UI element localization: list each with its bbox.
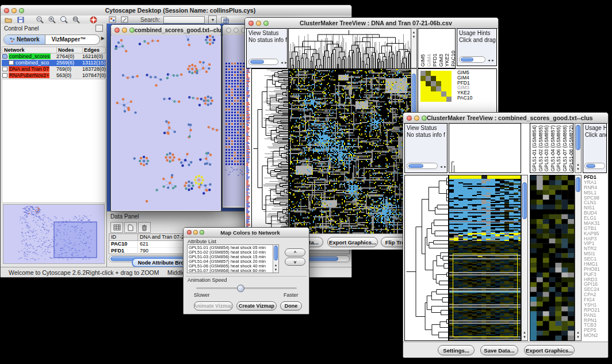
- tv1-col-scroll[interactable]: ▲▼: [411, 28, 417, 68]
- minimize-button[interactable]: [414, 116, 419, 121]
- move-down-button[interactable]: v: [285, 258, 305, 266]
- tv2-column-tree-area[interactable]: [449, 123, 521, 173]
- minimize-button[interactable]: [256, 21, 261, 26]
- tv2-column-labels: GPL51-01 (GSM854)GPL51-02 (GSM855)GPL51-…: [530, 123, 573, 173]
- edge-count: 107847(0): [82, 72, 106, 78]
- tv2-titlebar[interactable]: ClusterMaker TreeView : combined_scores_…: [403, 113, 608, 124]
- view-status-text: No status info f: [407, 132, 445, 139]
- minimize-button[interactable]: [12, 8, 17, 13]
- attribute-list[interactable]: GPL51-01 (GSM854) heat shock 05 minGPL51…: [187, 244, 279, 273]
- close-button[interactable]: [248, 21, 254, 26]
- speed-slider-track[interactable]: [196, 288, 297, 289]
- control-panel: Control Panel Network VizMapper™ ▶ Netwo…: [1, 24, 107, 267]
- scroll-left-icon[interactable]: ◄: [487, 58, 491, 64]
- tv1-row-dendrogram[interactable]: [251, 68, 289, 235]
- network-list-row[interactable]: RNAPuberNov2+563(0)107847(0): [2, 72, 106, 78]
- scroll-left-icon[interactable]: ◄: [280, 60, 284, 67]
- annotation-icon[interactable]: [120, 16, 129, 24]
- new-attribute-icon[interactable]: [124, 222, 137, 233]
- move-up-button[interactable]: ^: [285, 248, 305, 256]
- tv1-row-color-strip: [246, 68, 251, 233]
- tv2-status-hscrollbar[interactable]: [407, 163, 438, 169]
- zoom-button[interactable]: [263, 21, 269, 26]
- network-list-row[interactable]: combined_sco2569(6)13112(15): [2, 60, 106, 66]
- zoom-button[interactable]: [129, 28, 135, 33]
- zoom-actual-icon[interactable]: [71, 16, 80, 24]
- attribute-list-vscrollbar[interactable]: ▲▼: [273, 245, 278, 273]
- minimize-button[interactable]: [193, 230, 198, 235]
- save-data-button[interactable]: Save Data...: [480, 345, 518, 355]
- tv1-status-hscrollbar[interactable]: [248, 59, 278, 65]
- tv2-labels-vscrollbar[interactable]: ▲▼: [575, 123, 582, 173]
- export-graphics-button[interactable]: Export Graphics...: [327, 237, 378, 247]
- close-button[interactable]: [226, 28, 231, 33]
- network-overview-canvas[interactable]: [3, 205, 104, 263]
- zoom-out-icon[interactable]: [35, 16, 44, 24]
- usage-hints-title: Usage Hints: [459, 30, 495, 37]
- edge-count: 13112(15): [82, 60, 106, 66]
- open-folder-icon[interactable]: [4, 16, 13, 24]
- main-titlebar[interactable]: Cytoscape Desktop (Session Name: collins…: [1, 5, 351, 16]
- search-input[interactable]: [163, 16, 205, 24]
- save-icon[interactable]: [16, 16, 25, 24]
- tv1-heatmap[interactable]: [288, 68, 411, 235]
- done-button[interactable]: Done: [280, 301, 302, 311]
- float-panel-icon[interactable]: [95, 25, 103, 32]
- create-vizmap-button[interactable]: Create Vizmap: [236, 301, 277, 311]
- zoom-in-icon[interactable]: [47, 16, 56, 24]
- zoom-button[interactable]: [19, 8, 24, 13]
- tv1-column-dendrogram[interactable]: [288, 28, 411, 70]
- scroll-right-icon[interactable]: ►: [491, 58, 495, 64]
- tab-network[interactable]: Network: [4, 35, 45, 44]
- tv1-titlebar[interactable]: ClusterMaker TreeView : DNA and Tran 07-…: [245, 18, 498, 29]
- network-view-canvas-1[interactable]: [112, 35, 220, 210]
- import-table-icon[interactable]: [220, 16, 229, 24]
- settings-button[interactable]: Settings...: [438, 345, 475, 355]
- tv2-heatmap-vscrollbar[interactable]: ▲▼: [521, 175, 528, 341]
- net1-titlebar[interactable]: combined_scores_good.txt--cluste...: [111, 25, 221, 36]
- tv1-hints-hscrollbar[interactable]: [459, 56, 485, 63]
- attribute-list-label: Attribute List: [188, 239, 216, 244]
- view-status-title: View Status: [248, 30, 285, 37]
- scroll-right-icon[interactable]: ►: [443, 164, 447, 171]
- network-table-header: Network Nodes Edges: [2, 47, 106, 53]
- network-list-row[interactable]: DNA and Tran 07769(0)183728(0): [2, 66, 106, 72]
- zoom-button[interactable]: [200, 230, 204, 235]
- scroll-left-icon[interactable]: ◄: [439, 164, 443, 171]
- minimize-button[interactable]: [234, 28, 239, 33]
- close-button[interactable]: [114, 28, 120, 33]
- speed-slider-thumb[interactable]: [237, 285, 244, 292]
- close-button[interactable]: [4, 8, 9, 13]
- tv2-heatmap[interactable]: [449, 175, 521, 341]
- dialog-titlebar[interactable]: Map Colors to Network: [183, 228, 309, 237]
- tab-vizmapper[interactable]: VizMapper™: [45, 35, 91, 44]
- trash-icon[interactable]: [138, 222, 151, 233]
- tv2-hints-hscrollbar[interactable]: [584, 163, 605, 169]
- doc-icon: [9, 60, 14, 65]
- window-controls[interactable]: [4, 8, 24, 13]
- scroll-right-icon[interactable]: ►: [284, 60, 288, 67]
- close-button[interactable]: [407, 116, 412, 121]
- minimize-button[interactable]: [122, 28, 127, 33]
- tv1-global-matrix[interactable]: [420, 71, 452, 102]
- help-lifesaver-icon[interactable]: [89, 16, 98, 24]
- zoom-button[interactable]: [422, 116, 427, 121]
- export-graphics-button[interactable]: Export Graphics...: [524, 345, 575, 355]
- vizmapper-panel-icon[interactable]: [108, 16, 117, 24]
- network-list-row[interactable]: combined_scores2764(0)16218(0): [2, 53, 106, 60]
- animate-vizmap-button[interactable]: Animate Vizmap: [194, 301, 233, 311]
- table-view-icon[interactable]: [110, 222, 123, 233]
- close-button[interactable]: [187, 230, 192, 235]
- tv2-zoom-vscrollbar[interactable]: ▲▼: [575, 175, 582, 341]
- view-status-title: View Status: [407, 125, 445, 132]
- network-overview-panel[interactable]: [3, 204, 105, 264]
- attribute-list-item[interactable]: GPL51-07 (GSM868) heat shock 60 min: [189, 269, 277, 273]
- zoom-selected-icon[interactable]: [59, 16, 68, 24]
- tv2-row-dendrogram[interactable]: [404, 175, 449, 341]
- tab-overflow-arrow[interactable]: ▶: [101, 36, 105, 41]
- column-label: GPL51-03 (GSM856): [544, 125, 549, 171]
- col-header-id[interactable]: ID: [109, 234, 138, 240]
- search-dropdown-arrow[interactable]: ▼: [208, 16, 217, 24]
- usage-hints-text: Click and dra: [585, 132, 605, 139]
- tv2-zoom-heatmap[interactable]: [530, 175, 575, 341]
